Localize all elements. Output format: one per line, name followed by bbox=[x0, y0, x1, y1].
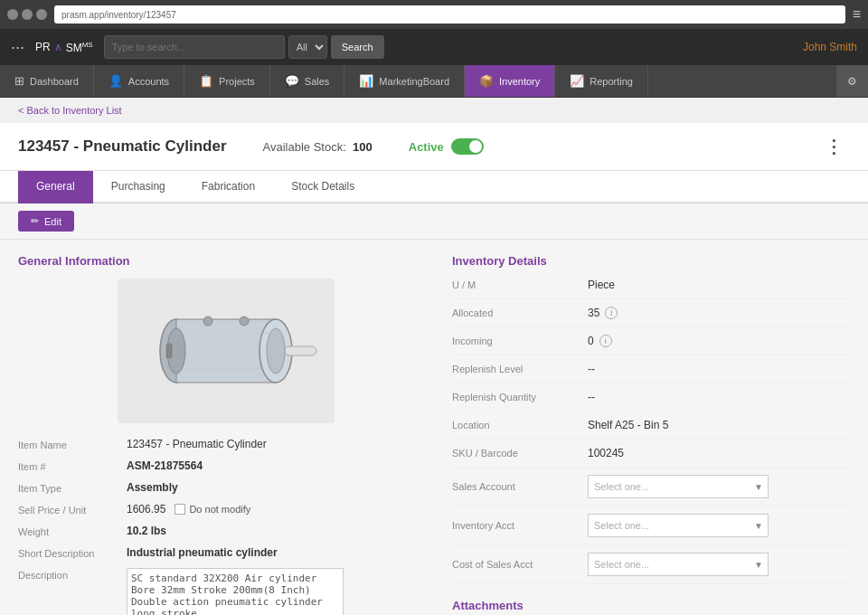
nav-bar: ⊞ Dashboard 👤 Accounts 📋 Projects 💬 Sale… bbox=[0, 65, 868, 98]
item-header: 123457 - Pneumatic Cylinder Available St… bbox=[0, 123, 868, 171]
sales-account-select[interactable]: Select one... bbox=[588, 475, 769, 498]
browser-menu-icon[interactable]: ≡ bbox=[853, 6, 861, 23]
field-item-number: Item # ASM-21875564 bbox=[18, 459, 434, 472]
nav-label-reporting: Reporting bbox=[590, 76, 633, 87]
svg-point-3 bbox=[267, 328, 285, 374]
nav-label-accounts: Accounts bbox=[128, 76, 169, 87]
search-button[interactable]: Search bbox=[331, 35, 384, 59]
edit-button[interactable]: ✏ Edit bbox=[18, 211, 74, 232]
sell-price-value: 1606.95 bbox=[127, 503, 165, 516]
field-description: Description SC standard 32X200 Air cylin… bbox=[18, 568, 434, 615]
sidebar-item-dashboard[interactable]: ⊞ Dashboard bbox=[0, 65, 94, 97]
inv-row-cost-of-sales: Cost of Sales Acct Select one... ▼ bbox=[452, 553, 850, 584]
settings-button[interactable]: ⚙ bbox=[836, 65, 868, 97]
more-options-button[interactable]: ⋮ bbox=[817, 136, 850, 157]
search-input[interactable] bbox=[104, 35, 285, 59]
right-panel: Inventory Details U / M Piece Allocated … bbox=[452, 254, 850, 615]
nav-label-inventory: Inventory bbox=[499, 76, 540, 87]
sidebar-item-reporting[interactable]: 📈 Reporting bbox=[555, 65, 648, 97]
stock-info: Available Stock: 100 bbox=[263, 140, 373, 154]
search-scope-select[interactable]: All bbox=[288, 35, 327, 59]
do-not-modify-checkbox[interactable]: Do not modify bbox=[175, 504, 250, 515]
inv-row-incoming: Incoming 0 i bbox=[452, 335, 850, 355]
nav-label-marketingboard: MarketingBoard bbox=[379, 76, 449, 87]
svg-point-7 bbox=[240, 317, 249, 326]
browser-chrome: prasm.app/inventory/123457 ≡ bbox=[0, 0, 868, 29]
inv-row-sales-account: Sales Account Select one... ▼ bbox=[452, 475, 850, 506]
breadcrumb: < Back to Inventory List bbox=[0, 98, 868, 123]
field-item-name: Item Name 123457 - Pneumatic Cylinder bbox=[18, 438, 434, 450]
stock-label: Available Stock: bbox=[263, 140, 346, 154]
inv-row-allocated: Allocated 35 i bbox=[452, 307, 850, 327]
cost-of-sales-wrapper: Select one... ▼ bbox=[588, 553, 769, 576]
tab-stock-details[interactable]: Stock Details bbox=[273, 171, 373, 203]
attachments-title: Attachments bbox=[452, 599, 850, 612]
logo-sm: SMMS bbox=[66, 41, 93, 54]
sidebar-item-projects[interactable]: 📋 Projects bbox=[184, 65, 270, 97]
svg-point-6 bbox=[203, 317, 212, 326]
field-sell-price: Sell Price / Unit 1606.95 Do not modify bbox=[18, 503, 434, 516]
sidebar-item-marketingboard[interactable]: 📊 MarketingBoard bbox=[344, 65, 465, 97]
general-info-title: General Information bbox=[18, 254, 434, 268]
sales-account-wrapper: Select one... ▼ bbox=[588, 475, 769, 498]
app-header: ··· PR∧SMMS All Search John Smith bbox=[0, 29, 868, 65]
inv-row-replenish-level: Replenish Level -- bbox=[452, 363, 850, 383]
projects-icon: 📋 bbox=[199, 74, 213, 88]
user-name[interactable]: John Smith bbox=[803, 41, 857, 53]
stock-value: 100 bbox=[353, 140, 373, 154]
field-weight: Weight 10.2 lbs bbox=[18, 525, 434, 537]
item-title: 123457 - Pneumatic Cylinder bbox=[18, 137, 227, 156]
inventory-acct-wrapper: Select one... ▼ bbox=[588, 514, 769, 537]
toggle-knob bbox=[469, 140, 482, 153]
status-group: Active bbox=[409, 138, 484, 155]
checkbox-icon bbox=[175, 504, 185, 515]
nav-label-projects: Projects bbox=[219, 76, 255, 87]
product-image-area bbox=[18, 279, 434, 423]
sidebar-item-accounts[interactable]: 👤 Accounts bbox=[94, 65, 184, 97]
inventory-details-title: Inventory Details bbox=[452, 254, 850, 268]
allocated-info-icon[interactable]: i bbox=[605, 307, 618, 319]
inventory-acct-select[interactable]: Select one... bbox=[588, 514, 769, 537]
inv-row-replenish-qty: Replenish Quantity -- bbox=[452, 391, 850, 412]
search-bar: All Search bbox=[104, 35, 384, 59]
tab-purchasing[interactable]: Purchasing bbox=[93, 171, 184, 203]
reporting-icon: 📈 bbox=[570, 74, 584, 88]
logo-pr: PR bbox=[35, 41, 51, 53]
product-image-box bbox=[118, 279, 335, 423]
page-content: < Back to Inventory List 123457 - Pneuma… bbox=[0, 98, 868, 615]
edit-section: ✏ Edit bbox=[0, 203, 868, 240]
product-cylinder-image bbox=[127, 288, 326, 414]
apps-dots-icon[interactable]: ··· bbox=[11, 38, 24, 57]
back-to-inventory-link[interactable]: < Back to Inventory List bbox=[18, 105, 122, 116]
cost-of-sales-select[interactable]: Select one... bbox=[588, 553, 769, 576]
sidebar-item-sales[interactable]: 💬 Sales bbox=[270, 65, 345, 97]
inventory-details-table: U / M Piece Allocated 35 i Incoming 0 i bbox=[452, 279, 850, 584]
inv-row-inventory-acct: Inventory Acct Select one... ▼ bbox=[452, 514, 850, 545]
description-textarea[interactable]: SC standard 32X200 Air cylinder Bore 32m… bbox=[127, 568, 344, 615]
browser-btn-refresh[interactable] bbox=[36, 9, 47, 20]
logo-a: ∧ bbox=[54, 41, 62, 53]
sidebar-item-inventory[interactable]: 📦 Inventory bbox=[465, 65, 555, 97]
app-logo: PR∧SMMS bbox=[35, 41, 93, 54]
sales-icon: 💬 bbox=[285, 74, 299, 88]
browser-btn-back[interactable] bbox=[7, 9, 18, 20]
field-short-description: Short Description Industrial pneumatic c… bbox=[18, 546, 434, 559]
tab-general[interactable]: General bbox=[18, 171, 93, 203]
inventory-icon: 📦 bbox=[479, 74, 494, 88]
attachments-section: Attachments ⊗ PDF Spec Sheet 46516981-32… bbox=[452, 599, 850, 615]
browser-address-bar[interactable]: prasm.app/inventory/123457 bbox=[54, 5, 845, 24]
status-label: Active bbox=[409, 140, 444, 154]
incoming-info-icon[interactable]: i bbox=[599, 335, 612, 347]
nav-label-sales: Sales bbox=[305, 76, 330, 87]
inv-row-sku: SKU / Barcode 100245 bbox=[452, 447, 850, 468]
tab-fabrication[interactable]: Fabrication bbox=[184, 171, 273, 203]
active-toggle[interactable] bbox=[451, 138, 484, 155]
left-panel: General Information bbox=[18, 254, 434, 615]
tabs-bar: General Purchasing Fabrication Stock Det… bbox=[0, 171, 868, 203]
inv-row-location: Location Shelf A25 - Bin 5 bbox=[452, 419, 850, 440]
browser-btn-forward[interactable] bbox=[22, 9, 33, 20]
inv-row-um: U / M Piece bbox=[452, 279, 850, 299]
accounts-icon: 👤 bbox=[108, 74, 123, 88]
svg-rect-10 bbox=[166, 344, 172, 358]
marketingboard-icon: 📊 bbox=[359, 74, 373, 88]
